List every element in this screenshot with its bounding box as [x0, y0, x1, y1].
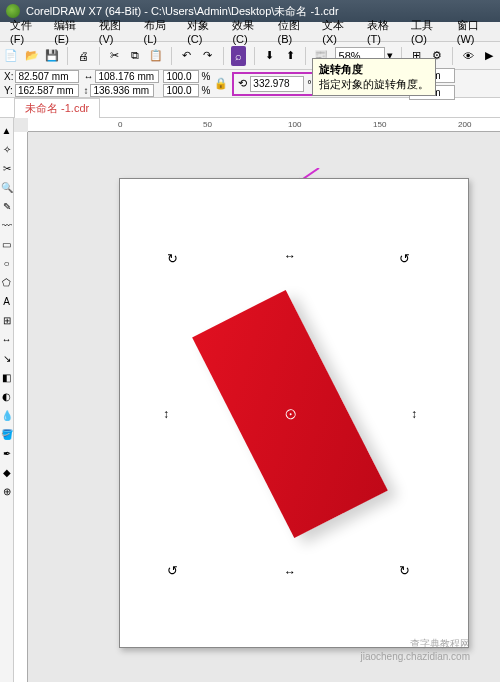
- document-tab[interactable]: 未命名 -1.cdr: [14, 98, 100, 118]
- rotate-handle-icon[interactable]: ↻: [399, 563, 413, 577]
- menu-object[interactable]: 对象(C): [181, 16, 224, 47]
- crop-tool-icon[interactable]: ✂: [1, 160, 13, 176]
- import-icon[interactable]: ⬇: [262, 46, 276, 66]
- selection-bbox: ↻ ↺ ↺ ↻ ↔ ↔ ↕ ↕: [175, 259, 405, 569]
- separator: [305, 47, 306, 65]
- menu-view[interactable]: 视图(V): [93, 16, 136, 47]
- freehand-tool-icon[interactable]: ✎: [1, 198, 13, 214]
- skew-handle-icon[interactable]: ↔: [284, 565, 296, 579]
- watermark-line2: jiaocheng.chazidian.com: [360, 651, 470, 662]
- rotate-icon: ⟲: [238, 77, 247, 90]
- ruler-tick: 200: [458, 120, 471, 129]
- cut-icon[interactable]: ✂: [107, 46, 121, 66]
- toolbox: ▲ ✧ ✂ 🔍 ✎ 〰 ▭ ○ ⬠ A ⊞ ↔ ↘ ◧ ◐ 💧 🪣 ✒ ◆ ⊕: [0, 118, 14, 682]
- menu-file[interactable]: 文件(F): [4, 16, 46, 47]
- ruler-tick: 100: [288, 120, 301, 129]
- menu-bitmap[interactable]: 位图(B): [272, 16, 315, 47]
- rotation-input[interactable]: [250, 76, 304, 92]
- separator: [254, 47, 255, 65]
- print-icon[interactable]: 🖨: [76, 46, 90, 66]
- ruler-tick: 150: [373, 120, 386, 129]
- launch-icon[interactable]: ▶: [482, 46, 496, 66]
- undo-icon[interactable]: ↶: [180, 46, 194, 66]
- separator: [452, 47, 453, 65]
- rotate-handle-icon[interactable]: ↺: [399, 251, 413, 265]
- save-icon[interactable]: 💾: [45, 46, 59, 66]
- scale-group: % %: [163, 70, 210, 97]
- menu-layout[interactable]: 布局(L): [138, 16, 180, 47]
- separator: [67, 47, 68, 65]
- effects-tool-icon[interactable]: ◧: [1, 369, 13, 385]
- horizontal-ruler: 0 50 100 150 200: [28, 118, 500, 132]
- watermark-line1: 查字典教程网: [360, 637, 470, 651]
- menu-text[interactable]: 文本(X): [316, 16, 359, 47]
- dimension-tool-icon[interactable]: ↔: [1, 331, 13, 347]
- artistic-tool-icon[interactable]: 〰: [1, 217, 13, 233]
- rotation-angle-field: ⟲ °: [232, 72, 317, 96]
- document-tabstrip: 未命名 -1.cdr: [0, 98, 500, 118]
- shape-tool-icon[interactable]: ✧: [1, 141, 13, 157]
- redo-icon[interactable]: ↷: [200, 46, 214, 66]
- search-icon[interactable]: ⌕: [231, 46, 245, 66]
- skew-handle-icon[interactable]: ↕: [411, 407, 417, 421]
- x-label: X:: [4, 71, 13, 82]
- width-input[interactable]: [95, 70, 159, 83]
- skew-handle-icon[interactable]: ↔: [284, 249, 296, 263]
- zoom-tool-icon[interactable]: 🔍: [1, 179, 13, 195]
- tooltip-title: 旋转角度: [319, 62, 429, 77]
- rotate-handle-icon[interactable]: ↻: [167, 251, 181, 265]
- menu-window[interactable]: 窗口(W): [451, 16, 496, 47]
- height-icon: ↕: [83, 85, 88, 96]
- ruler-tick: 50: [203, 120, 212, 129]
- canvas-area[interactable]: 0 50 100 150 200 在此处设置旋转度数， 可以实现精确旋转 ↻ ↺…: [14, 118, 500, 682]
- separator: [223, 47, 224, 65]
- eyedropper-tool-icon[interactable]: 💧: [1, 407, 13, 423]
- y-input[interactable]: [15, 84, 79, 97]
- rotate-handle-icon[interactable]: ↺: [167, 563, 181, 577]
- y-label: Y:: [4, 85, 13, 96]
- table-tool-icon[interactable]: ⊞: [1, 312, 13, 328]
- scale-y-input[interactable]: [163, 84, 199, 97]
- height-input[interactable]: [90, 84, 154, 97]
- new-icon[interactable]: 📄: [4, 46, 18, 66]
- paste-icon[interactable]: 📋: [148, 46, 162, 66]
- rotation-tooltip: 旋转角度 指定对象的旋转角度。: [312, 58, 436, 96]
- ruler-tick: 0: [118, 120, 122, 129]
- pct-label: %: [201, 85, 210, 96]
- polygon-tool-icon[interactable]: ⬠: [1, 274, 13, 290]
- expand-toolbox-icon[interactable]: ⊕: [1, 483, 13, 499]
- fill-tool-icon[interactable]: 🪣: [1, 426, 13, 442]
- skew-handle-icon[interactable]: ↕: [163, 407, 169, 421]
- watermark: 查字典教程网 jiaocheng.chazidian.com: [360, 637, 470, 662]
- smart-fill-icon[interactable]: ◆: [1, 464, 13, 480]
- view-icon[interactable]: 👁: [461, 46, 475, 66]
- outline-tool-icon[interactable]: ✒: [1, 445, 13, 461]
- rectangle-tool-icon[interactable]: ▭: [1, 236, 13, 252]
- x-input[interactable]: [15, 70, 79, 83]
- width-icon: ↔: [83, 71, 93, 82]
- open-icon[interactable]: 📂: [24, 46, 38, 66]
- pct-label: %: [201, 71, 210, 82]
- size-group: ↔ ↕: [83, 70, 159, 97]
- page: ↻ ↺ ↺ ↻ ↔ ↔ ↕ ↕: [119, 178, 469, 648]
- transparency-tool-icon[interactable]: ◐: [1, 388, 13, 404]
- position-group: X: Y:: [4, 70, 79, 97]
- rotation-center-icon[interactable]: [283, 407, 296, 420]
- menu-tools[interactable]: 工具(O): [405, 16, 449, 47]
- menubar: 文件(F) 编辑(E) 视图(V) 布局(L) 对象(C) 效果(C) 位图(B…: [0, 22, 500, 42]
- scale-x-input[interactable]: [163, 70, 199, 83]
- copy-icon[interactable]: ⧉: [128, 46, 142, 66]
- menu-effects[interactable]: 效果(C): [226, 16, 269, 47]
- export-icon[interactable]: ⬆: [283, 46, 297, 66]
- separator: [171, 47, 172, 65]
- lock-ratio-icon[interactable]: 🔒: [214, 77, 228, 90]
- separator: [99, 47, 100, 65]
- menu-table[interactable]: 表格(T): [361, 16, 403, 47]
- text-tool-icon[interactable]: A: [1, 293, 13, 309]
- connector-tool-icon[interactable]: ↘: [1, 350, 13, 366]
- pick-tool-icon[interactable]: ▲: [1, 122, 13, 138]
- ellipse-tool-icon[interactable]: ○: [1, 255, 13, 271]
- selected-rectangle[interactable]: [192, 290, 388, 538]
- vertical-ruler: [14, 132, 28, 682]
- menu-edit[interactable]: 编辑(E): [48, 16, 91, 47]
